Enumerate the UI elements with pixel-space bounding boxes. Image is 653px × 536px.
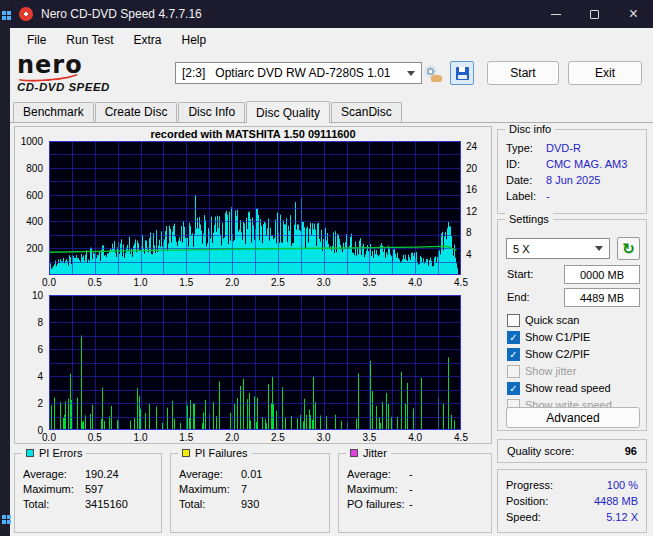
screen: Nero CD-DVD Speed 4.7.7.16 × File Run Te…: [0, 0, 653, 536]
menu-help[interactable]: Help: [172, 30, 217, 50]
pi-failures-stats-title: PI Failures: [178, 447, 252, 459]
taskbar-strip[interactable]: [0, 0, 10, 536]
speed-y-axis: 24 20 16 12 8 4: [461, 141, 491, 275]
refresh-icon: ↻: [622, 240, 635, 257]
stat-row: Maximum:-: [339, 481, 491, 496]
pi-failures-swatch-icon: [182, 449, 190, 457]
app-window: Nero CD-DVD Speed 4.7.7.16 × File Run Te…: [10, 0, 653, 536]
speed-row: Speed: 5.12 X: [498, 509, 646, 525]
start-position-label: Start:: [507, 268, 533, 280]
disc-info-group: Disc info Type: DVD-R ID: CMC MAG. AM3 D…: [497, 129, 647, 214]
caption-buttons: ×: [536, 0, 653, 28]
disc-label-row: Label: -: [498, 188, 646, 204]
disc-info-title: Disc info: [505, 123, 555, 135]
maximize-icon: [590, 10, 599, 19]
stat-row: Average:-: [339, 466, 491, 481]
scan-speed-value: 5 X: [513, 243, 530, 255]
pi-errors-swatch-icon: [26, 449, 34, 457]
progress-group: Progress: 100 % Position: 4488 MB Speed:…: [497, 469, 647, 533]
tab-disc-info[interactable]: Disc Info: [178, 102, 245, 122]
pi-errors-stats-group: PI Errors Average:190.24 Maximum:597 Tot…: [14, 453, 162, 533]
quick-scan-checkbox[interactable]: Quick scan: [507, 313, 579, 327]
show-c2-pif-checkbox[interactable]: Show C2/PIF: [507, 347, 590, 361]
show-c1-pie-checkbox[interactable]: Show C1/PIE: [507, 330, 590, 344]
menu-run-test[interactable]: Run Test: [56, 30, 123, 50]
quality-score-value: 96: [625, 445, 637, 457]
menu-extra[interactable]: Extra: [123, 30, 171, 50]
app-icon: [19, 7, 33, 21]
hand-disc-icon: [424, 65, 442, 82]
chart-panel: recorded with MATSHITA 1.50 09111600 100…: [14, 126, 492, 444]
jitter-swatch-icon: [350, 449, 358, 457]
refresh-button[interactable]: ↻: [617, 237, 640, 260]
pi-failures-y-axis: 10 8 6 4 2 0: [15, 295, 47, 430]
titlebar: Nero CD-DVD Speed 4.7.7.16 ×: [10, 0, 653, 28]
checkbox-icon: [507, 382, 520, 395]
window-title: Nero CD-DVD Speed 4.7.7.16: [41, 7, 202, 21]
pi-failures-canvas: [49, 295, 461, 430]
recorded-with-label: recorded with MATSHITA 1.50 09111600: [15, 128, 491, 140]
menu-file[interactable]: File: [17, 30, 56, 50]
minimize-button[interactable]: [536, 0, 575, 28]
drive-select[interactable]: [2:3] Optiarc DVD RW AD-7280S 1.01: [175, 62, 422, 84]
exit-button[interactable]: Exit: [568, 61, 642, 85]
chevron-down-icon: [407, 71, 415, 76]
pi-errors-y-axis: 1000 800 600 400 200: [15, 141, 47, 275]
settings-title: Settings: [505, 213, 553, 225]
stat-row: Maximum:7: [171, 481, 329, 496]
stat-row: Total:930: [171, 496, 329, 511]
checkbox-icon: [507, 331, 520, 344]
checkbox-icon: [507, 365, 520, 378]
jitter-stats-group: Jitter Average:- Maximum:- PO failures:-: [338, 453, 492, 533]
start-position-field[interactable]: 0000 MB: [564, 265, 640, 284]
disc-type-row: Type: DVD-R: [498, 140, 646, 156]
save-icon: [456, 67, 469, 80]
end-position-label: End:: [507, 291, 530, 303]
stat-row: Average:0.01: [171, 466, 329, 481]
start-button[interactable]: Start: [487, 61, 559, 85]
position-row: Position: 4488 MB: [498, 493, 646, 509]
disc-date-row: Date: 8 Jun 2025: [498, 172, 646, 188]
stat-row: Maximum:597: [15, 481, 161, 496]
windows-logo-icon[interactable]: [2, 515, 11, 524]
nero-logo: nero CD-DVD SPEED: [17, 53, 169, 99]
windows-logo-icon[interactable]: [2, 11, 11, 20]
progress-row: Progress: 100 %: [498, 477, 646, 493]
disc-quality-page: recorded with MATSHITA 1.50 09111600 100…: [10, 122, 653, 536]
stat-row: Total:3415160: [15, 496, 161, 511]
pi-errors-canvas: [49, 141, 461, 275]
pi-failures-x-axis: 0.0 0.5 1.0 1.5 2.0 2.5 3.0 3.5 4.0 4.5: [49, 432, 461, 444]
drive-select-value: [2:3] Optiarc DVD RW AD-7280S 1.01: [182, 66, 391, 80]
chevron-down-icon: [595, 246, 603, 251]
tab-scandisc[interactable]: ScanDisc: [331, 102, 402, 122]
tab-create-disc[interactable]: Create Disc: [95, 102, 178, 122]
pi-errors-x-axis: 0.0 0.5 1.0 1.5 2.0 2.5 3.0 3.5 4.0 4.5: [49, 277, 461, 289]
load-disc-button[interactable]: [421, 61, 445, 85]
stat-row: PO failures:-: [339, 496, 491, 511]
show-read-speed-checkbox[interactable]: Show read speed: [507, 381, 611, 395]
pi-errors-stats-title: PI Errors: [22, 447, 86, 459]
menubar: File Run Test Extra Help: [10, 28, 653, 52]
end-position-field[interactable]: 4489 MB: [564, 288, 640, 307]
pi-failures-stats-group: PI Failures Average:0.01 Maximum:7 Total…: [170, 453, 330, 533]
scan-speed-select[interactable]: 5 X: [506, 238, 610, 259]
checkbox-icon: [507, 348, 520, 361]
show-jitter-checkbox[interactable]: Show jitter: [507, 364, 576, 378]
tab-benchmark[interactable]: Benchmark: [13, 102, 94, 122]
advanced-button[interactable]: Advanced: [506, 407, 640, 428]
quality-score-label: Quality score:: [507, 445, 574, 457]
disc-id-row: ID: CMC MAG. AM3: [498, 156, 646, 172]
maximize-button[interactable]: [575, 0, 614, 28]
product-wordmark: CD-DVD SPEED: [17, 81, 169, 93]
tab-disc-quality[interactable]: Disc Quality: [246, 101, 330, 123]
checkbox-icon: [507, 314, 520, 327]
header-toolbar: nero CD-DVD SPEED [2:3] Optiarc DVD RW A…: [10, 52, 653, 100]
stat-row: Average:190.24: [15, 466, 161, 481]
minimize-icon: [551, 14, 561, 15]
tab-bar: Benchmark Create Disc Disc Info Disc Qua…: [10, 100, 653, 122]
close-button[interactable]: ×: [614, 0, 653, 28]
save-results-button[interactable]: [450, 61, 474, 85]
jitter-stats-title: Jitter: [346, 447, 391, 459]
quality-score-group: Quality score: 96: [497, 439, 647, 463]
settings-group: Settings 5 X ↻ Start: 0000 MB End: 4489 …: [497, 219, 647, 431]
